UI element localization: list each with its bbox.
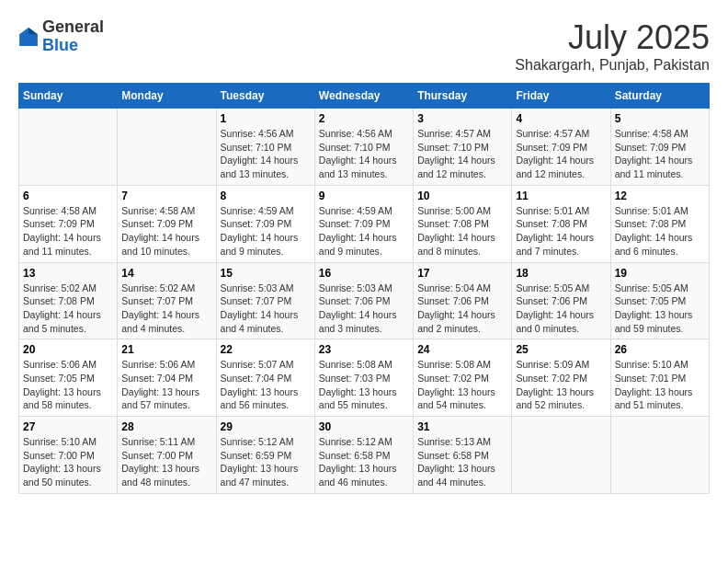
calendar-cell: 11Sunrise: 5:01 AM Sunset: 7:08 PM Dayli… [512,185,610,262]
day-number: 3 [417,112,507,125]
calendar-cell [19,109,118,186]
calendar-cell: 6Sunrise: 4:58 AM Sunset: 7:09 PM Daylig… [19,185,118,262]
day-number: 5 [615,112,705,125]
day-number: 29 [221,420,311,433]
day-number: 12 [615,190,705,202]
day-info: Sunrise: 5:10 AM Sunset: 7:00 PM Dayligh… [23,435,113,489]
calendar-cell: 19Sunrise: 5:05 AM Sunset: 7:05 PM Dayli… [610,262,709,339]
day-number: 7 [121,190,211,202]
calendar-cell: 26Sunrise: 5:10 AM Sunset: 7:01 PM Dayli… [610,339,709,417]
day-number: 15 [221,267,311,280]
day-number: 26 [615,343,705,356]
day-info: Sunrise: 5:06 AM Sunset: 7:04 PM Dayligh… [121,358,211,412]
day-info: Sunrise: 4:58 AM Sunset: 7:09 PM Dayligh… [615,127,705,181]
day-info: Sunrise: 5:10 AM Sunset: 7:01 PM Dayligh… [615,358,705,412]
page-header: General Blue July 2025 Shakargarh, Punja… [18,18,710,74]
header-day-monday: Monday [118,84,216,109]
logo-general-text: General [42,17,104,36]
calendar-cell: 8Sunrise: 4:59 AM Sunset: 7:09 PM Daylig… [216,185,314,262]
day-info: Sunrise: 4:59 AM Sunset: 7:09 PM Dayligh… [221,204,311,259]
calendar-cell: 16Sunrise: 5:03 AM Sunset: 7:06 PM Dayli… [314,262,413,339]
calendar-cell: 29Sunrise: 5:12 AM Sunset: 6:59 PM Dayli… [216,417,314,494]
svg-marker-1 [28,28,38,34]
day-info: Sunrise: 5:00 AM Sunset: 7:08 PM Dayligh… [417,204,507,259]
header-day-sunday: Sunday [19,84,118,109]
day-info: Sunrise: 5:03 AM Sunset: 7:06 PM Dayligh… [319,282,409,336]
calendar-cell: 25Sunrise: 5:09 AM Sunset: 7:02 PM Dayli… [512,339,610,417]
calendar-cell: 3Sunrise: 4:57 AM Sunset: 7:10 PM Daylig… [414,109,512,186]
calendar-cell [118,109,216,186]
calendar-cell: 23Sunrise: 5:08 AM Sunset: 7:03 PM Dayli… [314,339,413,417]
day-info: Sunrise: 5:05 AM Sunset: 7:05 PM Dayligh… [615,282,705,336]
calendar-cell: 7Sunrise: 4:58 AM Sunset: 7:09 PM Daylig… [118,185,216,262]
calendar-cell: 15Sunrise: 5:03 AM Sunset: 7:07 PM Dayli… [216,262,314,339]
week-row-3: 13Sunrise: 5:02 AM Sunset: 7:08 PM Dayli… [19,262,710,339]
calendar-cell: 22Sunrise: 5:07 AM Sunset: 7:04 PM Dayli… [216,339,314,417]
logo-icon [18,27,39,47]
header-day-wednesday: Wednesday [314,84,413,109]
week-row-1: 1Sunrise: 4:56 AM Sunset: 7:10 PM Daylig… [19,109,710,186]
day-number: 16 [319,267,409,280]
day-number: 1 [221,112,311,125]
calendar-cell: 27Sunrise: 5:10 AM Sunset: 7:00 PM Dayli… [19,417,118,494]
calendar-cell: 30Sunrise: 5:12 AM Sunset: 6:58 PM Dayli… [314,417,413,494]
day-info: Sunrise: 4:56 AM Sunset: 7:10 PM Dayligh… [221,127,311,181]
calendar-cell: 4Sunrise: 4:57 AM Sunset: 7:09 PM Daylig… [512,109,610,186]
day-info: Sunrise: 5:11 AM Sunset: 7:00 PM Dayligh… [121,435,211,489]
day-number: 23 [319,343,409,356]
day-info: Sunrise: 5:04 AM Sunset: 7:06 PM Dayligh… [417,282,507,336]
week-row-4: 20Sunrise: 5:06 AM Sunset: 7:05 PM Dayli… [19,339,710,417]
day-number: 30 [319,420,409,433]
day-info: Sunrise: 5:01 AM Sunset: 7:08 PM Dayligh… [615,204,705,259]
logo: General Blue [18,18,104,55]
calendar-cell: 14Sunrise: 5:02 AM Sunset: 7:07 PM Dayli… [118,262,216,339]
day-number: 25 [516,343,606,356]
day-number: 22 [221,343,311,356]
calendar-body: 1Sunrise: 4:56 AM Sunset: 7:10 PM Daylig… [19,109,710,494]
day-number: 11 [516,190,606,202]
day-number: 6 [23,190,113,202]
day-info: Sunrise: 4:56 AM Sunset: 7:10 PM Dayligh… [319,127,409,181]
day-info: Sunrise: 5:03 AM Sunset: 7:07 PM Dayligh… [221,282,311,336]
calendar-cell: 2Sunrise: 4:56 AM Sunset: 7:10 PM Daylig… [314,109,413,186]
day-number: 27 [23,420,113,433]
calendar-cell: 12Sunrise: 5:01 AM Sunset: 7:08 PM Dayli… [610,185,709,262]
day-number: 8 [221,190,311,202]
day-number: 31 [417,420,507,433]
header-day-tuesday: Tuesday [216,84,314,109]
calendar-cell: 5Sunrise: 4:58 AM Sunset: 7:09 PM Daylig… [610,109,709,186]
day-info: Sunrise: 5:02 AM Sunset: 7:07 PM Dayligh… [121,282,211,336]
calendar-cell: 9Sunrise: 4:59 AM Sunset: 7:09 PM Daylig… [314,185,413,262]
calendar-cell: 31Sunrise: 5:13 AM Sunset: 6:58 PM Dayli… [414,417,512,494]
day-info: Sunrise: 5:01 AM Sunset: 7:08 PM Dayligh… [516,204,606,259]
day-number: 2 [319,112,409,125]
header-day-friday: Friday [512,84,610,109]
calendar-cell: 1Sunrise: 4:56 AM Sunset: 7:10 PM Daylig… [216,109,314,186]
day-info: Sunrise: 5:07 AM Sunset: 7:04 PM Dayligh… [221,358,311,412]
calendar-cell: 18Sunrise: 5:05 AM Sunset: 7:06 PM Dayli… [512,262,610,339]
day-info: Sunrise: 5:02 AM Sunset: 7:08 PM Dayligh… [23,282,113,336]
day-info: Sunrise: 5:08 AM Sunset: 7:03 PM Dayligh… [319,358,409,412]
day-number: 14 [121,267,211,280]
header-day-saturday: Saturday [610,84,709,109]
day-info: Sunrise: 4:57 AM Sunset: 7:09 PM Dayligh… [516,127,606,181]
subtitle: Shakargarh, Punjab, Pakistan [515,57,710,74]
day-info: Sunrise: 5:13 AM Sunset: 6:58 PM Dayligh… [417,435,507,489]
day-info: Sunrise: 5:12 AM Sunset: 6:59 PM Dayligh… [221,435,311,489]
day-info: Sunrise: 5:08 AM Sunset: 7:02 PM Dayligh… [417,358,507,412]
calendar-cell: 20Sunrise: 5:06 AM Sunset: 7:05 PM Dayli… [19,339,118,417]
day-number: 9 [319,190,409,202]
calendar-cell: 13Sunrise: 5:02 AM Sunset: 7:08 PM Dayli… [19,262,118,339]
day-number: 28 [121,420,211,433]
calendar-cell: 28Sunrise: 5:11 AM Sunset: 7:00 PM Dayli… [118,417,216,494]
day-info: Sunrise: 4:57 AM Sunset: 7:10 PM Dayligh… [417,127,507,181]
day-info: Sunrise: 5:06 AM Sunset: 7:05 PM Dayligh… [23,358,113,412]
day-number: 18 [516,267,606,280]
day-number: 4 [516,112,606,125]
main-title: July 2025 [515,18,710,57]
calendar-table: SundayMondayTuesdayWednesdayThursdayFrid… [18,83,710,494]
day-info: Sunrise: 4:58 AM Sunset: 7:09 PM Dayligh… [121,204,211,259]
calendar-cell [610,417,709,494]
calendar-cell: 10Sunrise: 5:00 AM Sunset: 7:08 PM Dayli… [414,185,512,262]
day-info: Sunrise: 5:05 AM Sunset: 7:06 PM Dayligh… [516,282,606,336]
